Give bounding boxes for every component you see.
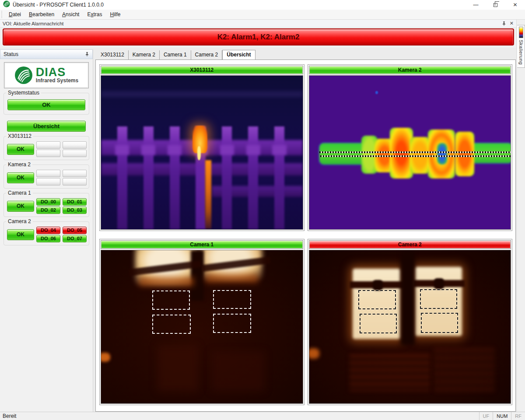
panel-x3013112: X3013112 — [99, 64, 304, 231]
roi-rectangle — [152, 315, 190, 334]
alarm-banner: K2: Alarm1, K2: Alarm2 — [3, 28, 514, 46]
indicator-num: NUM — [493, 412, 511, 420]
panel-header-camera1: Camera 1 — [101, 240, 303, 249]
status-sidebar: Status DIAS Infrared Systems Systemstatu… — [0, 49, 93, 412]
roi-rectangle — [213, 314, 251, 333]
restore-button[interactable] — [486, 0, 505, 10]
uebersicht-button[interactable]: Übersicht — [7, 121, 86, 132]
do-indicator-blank[interactable] — [63, 178, 87, 186]
busbar-vertical — [248, 126, 258, 229]
main-area: X3013112 Kamera 2 Camera 1 Camera 2 Über… — [95, 49, 516, 412]
panel-header-camera2: Camera 2 — [309, 240, 511, 249]
dias-logo-text: DIAS — [36, 67, 78, 77]
x3013112-ok-button[interactable]: OK — [7, 144, 34, 155]
close-button[interactable]: ✕ — [505, 0, 525, 10]
roi-rectangle — [152, 290, 189, 310]
measurement-line-band — [319, 151, 511, 157]
group-label: X3013112 — [6, 133, 33, 139]
faint-structure — [101, 91, 303, 97]
menu-ansicht[interactable]: Ansicht — [58, 10, 83, 19]
tab-kamera2[interactable]: Kamera 2 — [129, 50, 160, 60]
do-indicator-05[interactable]: DO_05 — [63, 227, 87, 234]
roi-rectangle — [358, 290, 396, 310]
do-indicator-blank[interactable] — [63, 150, 87, 157]
close-panel-icon[interactable]: ✕ — [510, 21, 514, 26]
right-dock-strip: Skalierung — [516, 20, 525, 412]
do-indicator-04[interactable]: DO_04 — [36, 227, 60, 234]
do-indicator-blank[interactable] — [63, 141, 87, 149]
tab-camera2[interactable]: Camera 2 — [191, 50, 223, 60]
panel-camera1: Camera 1 — [99, 239, 304, 406]
roi-rectangle — [360, 314, 397, 333]
thermal-image-x3013112[interactable] — [101, 75, 303, 230]
menu-hilfe[interactable]: Hilfe — [106, 10, 125, 19]
tab-x3013112[interactable]: X3013112 — [97, 50, 129, 60]
dias-logo-icon — [14, 66, 33, 84]
panel-kamera2: Kamera 2 — [308, 64, 513, 231]
sidebar-group-camera1: Camera 1 OK DO_00 DO_01 DO_02 DO_03 — [4, 193, 89, 217]
menu-bar: Datei Bearbeiten Ansicht Extras Hilfe — [0, 10, 525, 20]
camera-tabstrip: X3013112 Kamera 2 Camera 1 Camera 2 Über… — [95, 49, 516, 60]
app-logo-icon — [3, 0, 10, 9]
window-mullion — [191, 250, 204, 301]
floor-shadow — [212, 351, 264, 391]
panel-header-kamera2: Kamera 2 — [309, 66, 511, 74]
busbar-vertical — [117, 126, 127, 229]
systemstatus-ok-button[interactable]: OK — [7, 99, 85, 110]
busbar-vertical — [274, 126, 284, 229]
group-label: Camera 2 — [6, 218, 33, 224]
busbar-vertical — [170, 126, 180, 229]
alarm-area: K2: Alarm1, K2: Alarm2 — [0, 28, 516, 48]
systemstatus-group: Systemstatus OK — [4, 93, 89, 115]
roi-rectangle — [213, 290, 251, 309]
do-indicator-blank[interactable] — [36, 150, 60, 157]
sidebar-title: Status — [4, 51, 18, 57]
alarm-dock-title: VOI: Aktuelle Alarmnachricht — [3, 21, 63, 26]
warm-spot — [101, 353, 110, 362]
tab-uebersicht[interactable]: Übersicht — [222, 50, 255, 60]
warm-spot — [309, 348, 319, 359]
floor-structure — [350, 354, 430, 391]
camera1-ok-button[interactable]: OK — [7, 201, 34, 212]
window-title: Übersicht - PYROSOFT Client1 1.0.0.0 — [13, 2, 104, 8]
do-indicator-02[interactable]: DO_02 — [36, 206, 60, 214]
do-indicator-blank[interactable] — [36, 178, 60, 186]
pin-icon[interactable] — [85, 52, 89, 56]
thermal-image-camera2[interactable] — [309, 250, 511, 404]
group-label: Systemstatus — [6, 90, 41, 96]
do-indicator-01[interactable]: DO_01 — [63, 198, 87, 206]
roi-rectangle — [420, 289, 457, 309]
palette-icon — [519, 27, 523, 38]
overview-grid: X3013112 — [95, 60, 516, 412]
tab-camera1[interactable]: Camera 1 — [160, 50, 191, 60]
do-indicator-blank[interactable] — [36, 141, 60, 149]
camera2-ok-button[interactable]: OK — [7, 229, 34, 240]
warm-rim — [139, 277, 193, 286]
floor-shadow — [158, 345, 198, 391]
wall-pillar — [401, 250, 415, 345]
menu-datei[interactable]: Datei — [5, 10, 25, 19]
kamera2-ok-button[interactable]: OK — [7, 172, 34, 183]
do-indicator-00[interactable]: DO_00 — [36, 198, 60, 206]
skalierung-tab[interactable]: Skalierung — [517, 25, 525, 68]
minimize-button[interactable]: — — [466, 0, 486, 10]
skalierung-tab-label: Skalierung — [518, 40, 524, 65]
do-indicator-03[interactable]: DO_03 — [63, 206, 87, 214]
busbar-vertical — [222, 126, 232, 229]
do-indicator-blank[interactable] — [36, 170, 60, 177]
pin-icon[interactable] — [502, 21, 506, 26]
toolbar-grip[interactable] — [1, 11, 2, 18]
sidebar-group-kamera2: Kamera 2 OK — [4, 164, 89, 189]
do-indicator-06[interactable]: DO_06 — [36, 235, 60, 242]
do-indicator-blank[interactable] — [63, 170, 87, 177]
menu-extras[interactable]: Extras — [83, 10, 106, 19]
menu-bearbeiten[interactable]: Bearbeiten — [25, 10, 58, 19]
status-bar: Bereit UF NUM RF — [0, 412, 525, 420]
panel-header-x3013112: X3013112 — [101, 66, 303, 74]
thermal-image-kamera2[interactable] — [309, 75, 511, 230]
thermal-image-camera1[interactable] — [101, 250, 303, 404]
alarm-message: K2: Alarm1, K2: Alarm2 — [217, 33, 300, 42]
restore-icon — [494, 3, 497, 7]
do-indicator-07[interactable]: DO_07 — [63, 235, 87, 242]
cool-dot — [375, 91, 378, 94]
